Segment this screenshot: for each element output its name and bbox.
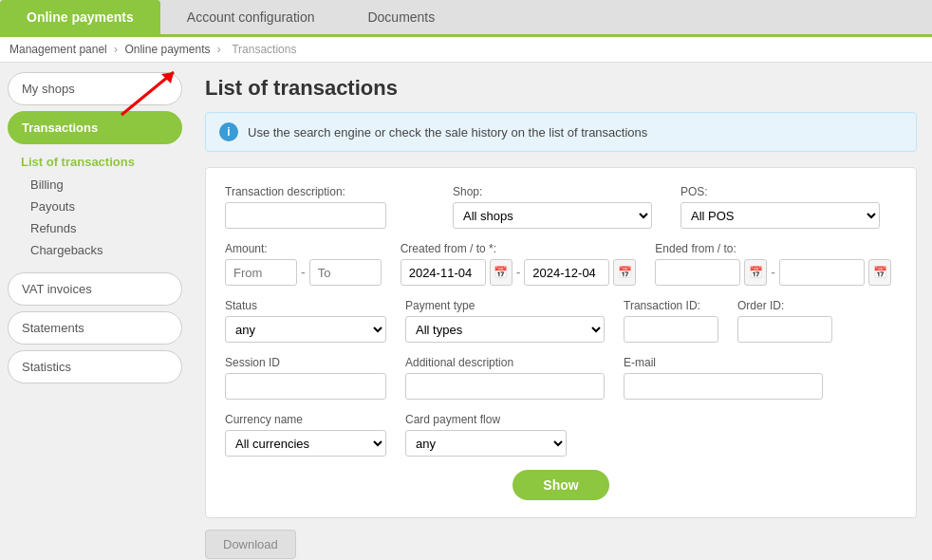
shop-label: Shop: [453, 185, 662, 198]
created-from-calendar-button[interactable]: 📅 [490, 259, 513, 286]
amount-range: - [225, 259, 382, 286]
ended-group: Ended from / to: 📅 - 📅 [655, 242, 891, 286]
currency-select[interactable]: All currencies PLN EUR USD [225, 430, 386, 457]
shop-group: Shop: All shops [453, 185, 662, 229]
ended-to-input[interactable] [779, 259, 865, 286]
ended-from-input[interactable] [655, 259, 740, 286]
pos-select[interactable]: All POS [680, 202, 880, 229]
form-row-2: Amount: - Created from / to *: 📅 - 📅 [225, 242, 897, 286]
form-row-1: Transaction description: Shop: All shops… [225, 185, 897, 229]
created-date-range: 📅 - 📅 [401, 259, 637, 286]
my-shops-button[interactable]: My shops [8, 72, 182, 105]
created-label: Created from / to *: [401, 242, 637, 255]
transaction-id-label: Transaction ID: [624, 299, 718, 312]
email-input[interactable] [624, 373, 823, 400]
sidebar-nav: List of transactions Billing Payouts Ref… [8, 150, 182, 261]
email-group: E-mail [624, 356, 823, 400]
sidebar: My shops Transactions List of transactio… [0, 63, 190, 560]
created-group: Created from / to *: 📅 - 📅 [401, 242, 637, 286]
pos-group: POS: All POS [680, 185, 889, 229]
sidebar-item-billing[interactable]: Billing [8, 174, 182, 196]
additional-desc-label: Additional description [405, 356, 605, 369]
transactions-button[interactable]: Transactions [8, 111, 182, 144]
top-tabs: Online payments Account configuration Do… [0, 0, 932, 37]
page-title: List of transactions [205, 76, 917, 101]
payment-type-label: Payment type [405, 299, 605, 312]
card-flow-label: Card payment flow [405, 413, 567, 426]
breadcrumb-current: Transactions [232, 43, 296, 56]
created-from-input[interactable] [401, 259, 486, 286]
transaction-desc-group: Transaction description: [225, 185, 434, 229]
card-flow-select[interactable]: any one-click standard [405, 430, 567, 457]
amount-group: Amount: - [225, 242, 382, 286]
order-id-input[interactable] [737, 316, 832, 343]
transaction-desc-label: Transaction description: [225, 185, 434, 198]
card-flow-group: Card payment flow any one-click standard [405, 413, 567, 457]
amount-from-input[interactable] [225, 259, 297, 286]
ended-dash: - [771, 265, 775, 280]
currency-label: Currency name [225, 413, 386, 426]
currency-group: Currency name All currencies PLN EUR USD [225, 413, 386, 457]
session-id-input[interactable] [225, 373, 386, 400]
created-dash: - [516, 265, 521, 280]
order-id-label: Order ID: [737, 299, 832, 312]
form-row-4: Session ID Additional description E-mail [225, 356, 897, 400]
vat-invoices-button[interactable]: VAT invoices [8, 272, 182, 306]
transaction-desc-input[interactable] [225, 202, 386, 229]
payment-type-select[interactable]: All types Card Transfer BLIK [405, 316, 605, 343]
session-id-group: Session ID [225, 356, 386, 400]
sidebar-item-payouts[interactable]: Payouts [8, 196, 182, 217]
breadcrumb: Management panel › Online payments › Tra… [0, 37, 932, 63]
status-select[interactable]: any completed pending cancelled [225, 316, 386, 343]
session-id-label: Session ID [225, 356, 386, 369]
sidebar-item-chargebacks[interactable]: Chargebacks [8, 239, 182, 261]
payment-type-group: Payment type All types Card Transfer BLI… [405, 299, 605, 343]
tab-documents[interactable]: Documents [341, 0, 461, 34]
sidebar-item-list-of-transactions[interactable]: List of transactions [8, 150, 182, 174]
main-layout: My shops Transactions List of transactio… [0, 63, 932, 560]
info-box: i Use the search engine or check the sal… [205, 112, 917, 152]
email-label: E-mail [624, 356, 823, 369]
created-to-calendar-button[interactable]: 📅 [613, 259, 636, 286]
ended-date-range: 📅 - 📅 [655, 259, 891, 286]
ended-label: Ended from / to: [655, 242, 891, 255]
show-button[interactable]: Show [513, 470, 608, 500]
form-actions: Show [225, 470, 897, 500]
order-id-group: Order ID: [737, 299, 832, 343]
form-row-5: Currency name All currencies PLN EUR USD… [225, 413, 897, 457]
breadcrumb-online-payments[interactable]: Online payments [124, 43, 210, 56]
ended-to-calendar-button[interactable]: 📅 [868, 259, 891, 286]
shop-select[interactable]: All shops [453, 202, 652, 229]
amount-dash: - [301, 265, 306, 280]
additional-desc-input[interactable] [405, 373, 605, 400]
form-panel: Transaction description: Shop: All shops… [205, 167, 917, 518]
additional-desc-group: Additional description [405, 356, 605, 400]
breadcrumb-management[interactable]: Management panel [9, 43, 107, 56]
transaction-id-group: Transaction ID: [624, 299, 718, 343]
sidebar-item-refunds[interactable]: Refunds [8, 217, 182, 239]
status-group: Status any completed pending cancelled [225, 299, 386, 343]
status-label: Status [225, 299, 386, 312]
tab-online-payments[interactable]: Online payments [0, 0, 160, 34]
content-area: List of transactions i Use the search en… [190, 63, 932, 560]
pos-label: POS: [680, 185, 889, 198]
tab-account-configuration[interactable]: Account configuration [160, 0, 342, 34]
statistics-button[interactable]: Statistics [8, 350, 182, 383]
download-area: Download [205, 518, 917, 560]
download-button[interactable]: Download [205, 530, 296, 559]
info-text: Use the search engine or check the sale … [248, 125, 647, 140]
created-to-input[interactable] [524, 259, 609, 286]
amount-to-input[interactable] [309, 259, 382, 286]
transaction-id-input[interactable] [624, 316, 718, 343]
info-icon: i [219, 122, 238, 141]
amount-label: Amount: [225, 242, 382, 255]
statements-button[interactable]: Statements [8, 311, 182, 345]
form-row-3: Status any completed pending cancelled P… [225, 299, 897, 343]
ended-from-calendar-button[interactable]: 📅 [744, 259, 767, 286]
